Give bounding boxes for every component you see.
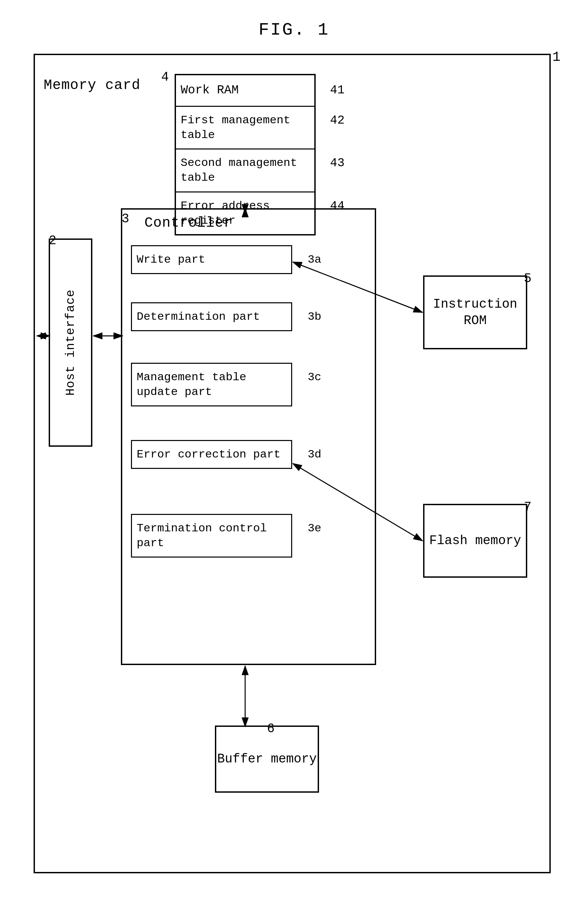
label-41: 41 <box>330 83 345 98</box>
write-part-box: Write part 3a <box>131 245 292 274</box>
work-ram-cell: Work RAM 41 <box>176 75 314 107</box>
memory-card-label: Memory card <box>44 77 140 93</box>
second-management-table-cell: Second management table 43 <box>176 149 314 192</box>
label-7: 7 <box>524 500 532 514</box>
host-interface-label: Host interface <box>40 239 101 447</box>
mgmt-table-update-box: Management table update part 3c <box>131 363 292 406</box>
diagram-container: FIG. 1 1 Memory card 2 Host interface 4 … <box>0 0 588 922</box>
label-43: 43 <box>330 155 345 171</box>
label-1: 1 <box>552 50 560 65</box>
flash-memory-box: Flash memory <box>423 504 527 578</box>
instruction-rom-box: Instruction ROM <box>423 275 527 349</box>
label-3: 3 <box>122 212 129 226</box>
controller-title: Controller <box>144 215 232 231</box>
mgmt-table-update-text: Management table update part <box>137 371 246 398</box>
label-3e: 3e <box>308 521 321 536</box>
label-3b: 3b <box>308 309 321 324</box>
termination-control-text: Termination control part <box>137 522 267 549</box>
second-management-table-text: Second management table <box>181 157 297 184</box>
label-3c: 3c <box>308 370 321 384</box>
buffer-memory-text: Buffer memory <box>217 751 317 767</box>
write-part-text: Write part <box>137 253 205 266</box>
instruction-rom-text: Instruction ROM <box>425 296 526 329</box>
first-management-table-text: First management table <box>181 114 290 141</box>
figure-title: FIG. 1 <box>258 20 330 40</box>
work-ram-text: Work RAM <box>181 83 239 97</box>
label-5: 5 <box>524 271 532 286</box>
determination-part-text: Determination part <box>137 311 260 323</box>
first-management-table-cell: First management table 42 <box>176 107 314 149</box>
label-4: 4 <box>161 70 169 84</box>
flash-memory-text: Flash memory <box>429 532 521 549</box>
determination-part-box: Determination part 3b <box>131 302 292 331</box>
label-3a: 3a <box>308 252 321 267</box>
error-correction-text: Error correction part <box>137 448 280 461</box>
termination-control-box: Termination control part 3e <box>131 514 292 557</box>
label-3d: 3d <box>308 447 321 462</box>
label-42: 42 <box>330 113 345 129</box>
error-correction-box: Error correction part 3d <box>131 440 292 469</box>
label-6: 6 <box>267 721 275 736</box>
controller-box <box>121 208 376 665</box>
